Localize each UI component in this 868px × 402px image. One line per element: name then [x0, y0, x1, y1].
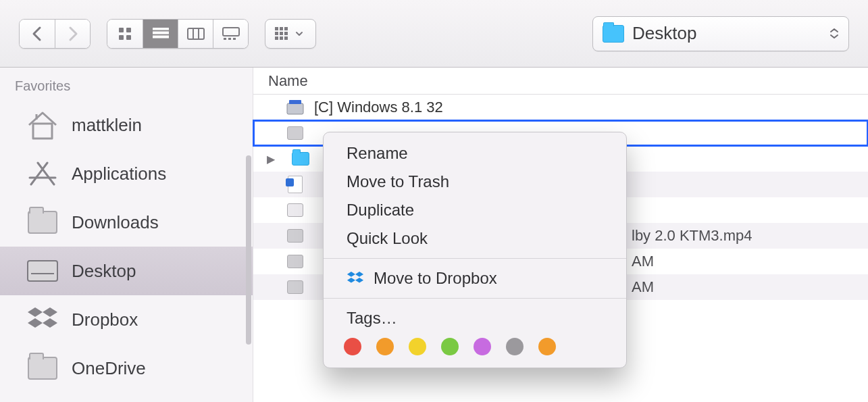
- tag-color-dot[interactable]: [409, 338, 426, 355]
- svg-rect-22: [284, 36, 288, 40]
- svg-rect-5: [153, 32, 169, 34]
- ctx-tags[interactable]: Tags…: [324, 304, 626, 332]
- svg-rect-3: [126, 35, 131, 40]
- view-list-icon: [153, 28, 169, 40]
- tag-color-dot[interactable]: [506, 338, 524, 355]
- svg-rect-7: [188, 28, 204, 39]
- chevron-down-icon: [295, 31, 303, 36]
- file-name: [C] Windows 8.1 32: [314, 99, 443, 116]
- view-gallery-button[interactable]: [213, 20, 248, 48]
- tag-color-dot[interactable]: [538, 338, 556, 355]
- file-icon: [286, 279, 305, 295]
- tag-color-row: [324, 332, 626, 355]
- sidebar-item-home[interactable]: mattklein: [0, 101, 253, 149]
- file-detail: AM: [632, 253, 654, 270]
- svg-rect-19: [284, 32, 288, 35]
- sidebar-item-label: Downloads: [72, 212, 159, 233]
- svg-rect-10: [223, 28, 239, 36]
- sidebar-section-label: Favorites: [0, 76, 253, 101]
- finder-toolbar: Desktop: [0, 0, 868, 68]
- svg-marker-28: [28, 307, 43, 317]
- back-button[interactable]: [20, 20, 55, 48]
- svg-marker-29: [43, 307, 57, 317]
- sidebar-item-desktop[interactable]: Desktop: [0, 247, 253, 295]
- applications-icon: [26, 159, 59, 189]
- svg-rect-0: [119, 28, 124, 32]
- sidebar-item-label: Applications: [72, 164, 166, 184]
- ctx-move-to-dropbox[interactable]: Move to Dropbox: [324, 264, 626, 293]
- path-stepper[interactable]: [829, 28, 839, 39]
- dropbox-icon: [26, 305, 59, 334]
- view-mode-group: [107, 19, 249, 49]
- chevron-up-icon: [829, 28, 839, 33]
- svg-marker-35: [355, 272, 363, 277]
- sidebar-scrollbar[interactable]: [246, 155, 251, 345]
- folder-icon: [603, 25, 624, 43]
- svg-rect-6: [153, 36, 169, 38]
- svg-rect-17: [275, 32, 278, 35]
- file-detail: lby 2.0 KTM3.mp4: [632, 227, 752, 245]
- file-icon: [286, 228, 305, 244]
- ctx-quick-look[interactable]: Quick Look: [324, 224, 626, 253]
- svg-rect-21: [280, 36, 283, 40]
- folder-icon: [291, 151, 310, 167]
- svg-rect-18: [280, 32, 283, 35]
- svg-rect-4: [153, 28, 169, 30]
- view-icons-button[interactable]: [107, 20, 143, 48]
- dropbox-icon: [347, 271, 364, 286]
- view-columns-button[interactable]: [178, 20, 213, 48]
- file-row[interactable]: [C] Windows 8.1 32: [253, 95, 868, 120]
- sidebar-item-label: mattklein: [72, 115, 142, 136]
- file-icon: [286, 253, 305, 270]
- desktop-icon: [26, 256, 59, 286]
- ctx-move-to-dropbox-label: Move to Dropbox: [374, 269, 497, 288]
- tag-color-dot[interactable]: [376, 338, 394, 355]
- svg-rect-33: [289, 100, 301, 104]
- chevron-left-icon: [31, 26, 43, 42]
- forward-button[interactable]: [55, 20, 90, 48]
- tag-color-dot[interactable]: [474, 338, 491, 355]
- view-list-button[interactable]: [143, 20, 178, 48]
- folder-icon: [26, 353, 59, 383]
- drive-icon: [286, 99, 305, 116]
- sidebar-item-label: Dropbox: [72, 309, 138, 330]
- menu-separator: [324, 258, 626, 259]
- ctx-duplicate[interactable]: Duplicate: [324, 196, 626, 224]
- svg-rect-11: [224, 38, 226, 40]
- svg-marker-30: [28, 318, 43, 328]
- tag-color-dot[interactable]: [441, 338, 459, 355]
- path-popup[interactable]: Desktop: [592, 16, 849, 51]
- svg-marker-31: [43, 318, 57, 328]
- disclosure-triangle-icon[interactable]: ▶: [267, 153, 276, 166]
- ctx-move-to-trash[interactable]: Move to Trash: [324, 168, 626, 196]
- file-detail: AM: [632, 278, 654, 296]
- sidebar-item-applications[interactable]: Applications: [0, 149, 253, 198]
- svg-rect-12: [228, 38, 231, 40]
- arrange-button[interactable]: [265, 19, 316, 49]
- tag-color-dot[interactable]: [344, 338, 361, 355]
- sidebar-item-dropbox[interactable]: Dropbox: [0, 295, 253, 344]
- nav-history-group: [19, 19, 91, 49]
- sidebar-item-downloads[interactable]: Downloads: [0, 198, 253, 247]
- svg-rect-2: [119, 35, 124, 40]
- word-doc-icon: [286, 176, 305, 193]
- view-icons-icon: [118, 26, 132, 41]
- view-columns-icon: [187, 28, 205, 40]
- menu-separator: [324, 298, 626, 299]
- path-label: Desktop: [632, 23, 696, 44]
- file-icon: [286, 125, 305, 141]
- svg-marker-37: [355, 278, 363, 283]
- column-header-name[interactable]: Name: [253, 68, 868, 95]
- ctx-rename[interactable]: Rename: [324, 139, 626, 168]
- sidebar-item-label: OneDrive: [72, 358, 146, 379]
- svg-rect-23: [33, 124, 52, 139]
- svg-rect-16: [284, 27, 288, 30]
- svg-rect-1: [126, 28, 131, 32]
- home-icon: [26, 110, 59, 140]
- sidebar: Favorites mattklein Applications Downloa…: [0, 68, 253, 402]
- sidebar-item-onedrive[interactable]: OneDrive: [0, 344, 253, 393]
- svg-marker-34: [347, 272, 355, 277]
- svg-rect-32: [287, 103, 303, 114]
- context-menu: Rename Move to Trash Duplicate Quick Loo…: [323, 132, 627, 368]
- svg-rect-20: [275, 36, 278, 40]
